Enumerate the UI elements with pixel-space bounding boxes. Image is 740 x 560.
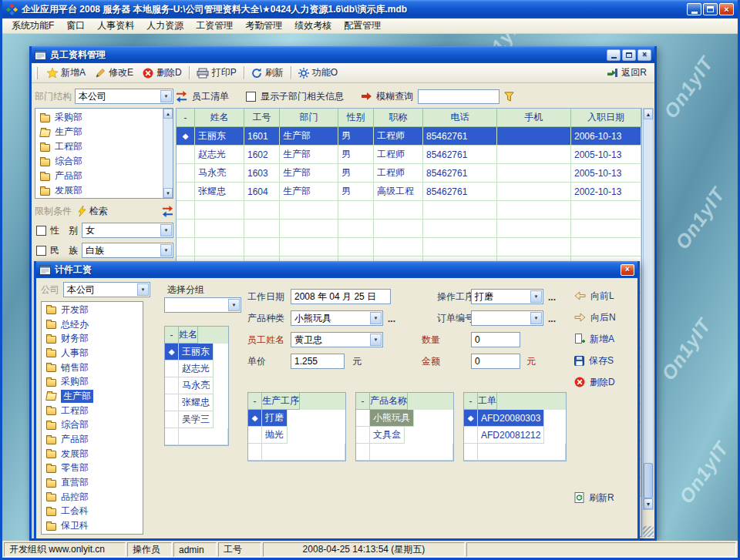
chevron-down-icon[interactable]: ▼	[160, 224, 172, 236]
tree-item-dept[interactable]: 发展部	[43, 447, 141, 461]
table-row[interactable]: 文具盒	[356, 427, 453, 444]
order-browse-button[interactable]: ...	[548, 309, 556, 324]
menu-item-hr-data[interactable]: 人事资料	[91, 18, 140, 34]
table-row-selected[interactable]: ◆打磨	[248, 410, 345, 427]
vertical-scrollbar[interactable]: ▲ ▼	[643, 108, 654, 510]
group-select[interactable]: ▼	[164, 297, 241, 313]
employee-name-select[interactable]: 黄卫忠 ▼	[291, 332, 383, 347]
menu-item-configuration[interactable]: 配置管理	[338, 18, 387, 34]
tree-item-dept[interactable]: 工程部	[37, 139, 162, 154]
table-row[interactable]: 马永亮 1603 生产部 男 工程师 85462761 2005-10-13	[177, 164, 641, 183]
tree-item-dept[interactable]: 开发部	[43, 303, 141, 317]
tree-item-dept[interactable]: 保卫科	[43, 518, 141, 533]
table-row[interactable]: 抛光	[248, 427, 345, 444]
delete-record-button[interactable]: 删除D	[574, 374, 615, 391]
tree-item-dept[interactable]: 采购部	[43, 374, 141, 389]
work-date-input[interactable]	[291, 289, 391, 304]
unit-price-input[interactable]	[291, 354, 345, 369]
function-button[interactable]: 功能O	[294, 64, 342, 82]
minimize-button[interactable]	[607, 49, 621, 61]
next-button[interactable]: 向后N	[574, 309, 616, 326]
table-row-selected[interactable]: ◆ 王丽东 1601 生产部 男 工程师 85462761 2006-10-13	[177, 127, 641, 146]
company-select[interactable]: 本公司 ▼	[63, 282, 150, 297]
swap-arrows-icon[interactable]	[176, 91, 187, 102]
chevron-down-icon[interactable]: ▼	[370, 334, 382, 346]
menu-item-attendance[interactable]: 考勤管理	[239, 18, 288, 34]
menu-item-window[interactable]: 窗口	[60, 18, 91, 34]
dialog-close-button[interactable]: ×	[621, 264, 634, 276]
show-subdepartment-checkbox[interactable]	[246, 92, 256, 102]
edit-button[interactable]: 修改E	[90, 64, 138, 82]
tree-item-dept[interactable]: 人事部	[43, 346, 141, 360]
menu-item-salary-management[interactable]: 工资管理	[190, 18, 239, 34]
chevron-down-icon[interactable]: ▼	[530, 312, 542, 324]
chevron-down-icon[interactable]: ▼	[530, 290, 542, 303]
back-button[interactable]: 返回R	[602, 64, 651, 82]
table-row[interactable]: 马永亮	[165, 377, 228, 394]
tree-item-dept[interactable]: 总经办	[43, 317, 141, 332]
product-select[interactable]: 小熊玩具 ▼	[291, 310, 383, 326]
tree-item-dept[interactable]: 发展部	[37, 183, 162, 198]
table-row-selected[interactable]: ◆AFD20080303	[464, 410, 566, 427]
table-row[interactable]: 张耀忠	[165, 394, 228, 411]
tree-item-dept[interactable]: 综合部	[37, 154, 162, 169]
chevron-down-icon[interactable]: ▼	[370, 312, 382, 324]
quantity-input[interactable]	[471, 332, 520, 347]
close-button[interactable]: ×	[719, 3, 734, 15]
ethnicity-select[interactable]: 白族 ▼	[82, 243, 173, 258]
table-row[interactable]: 张耀忠 1604 生产部 男 高级工程 85462761 2002-10-13	[177, 183, 641, 201]
order-select[interactable]: ▼	[471, 310, 543, 326]
tree-item-dept[interactable]: 产品部	[37, 169, 162, 183]
table-row[interactable]: 吴学三	[165, 411, 228, 428]
add-record-button[interactable]: 新增A	[574, 330, 614, 347]
table-row[interactable]: 赵志光	[165, 360, 228, 377]
delete-button[interactable]: 删除D	[138, 64, 187, 82]
tree-item-dept[interactable]: 品控部	[43, 490, 141, 505]
tree-item-dept[interactable]: 工程部	[43, 404, 141, 418]
scrollbar-thumb[interactable]	[644, 463, 653, 498]
scroll-up-icon[interactable]: ▲	[163, 109, 173, 119]
toolbar-grip[interactable]	[35, 67, 38, 79]
process-browse-button[interactable]: ...	[548, 287, 556, 303]
table-row-selected[interactable]: 小熊玩具	[356, 410, 453, 427]
tree-item-dept[interactable]: 生产部	[37, 125, 162, 139]
close-button[interactable]: ×	[637, 49, 651, 61]
dept-structure-select[interactable]: 本公司 ▼	[75, 89, 173, 104]
product-browse-button[interactable]: ...	[388, 309, 395, 324]
fuzzy-search-input[interactable]	[418, 89, 500, 104]
table-row-selected[interactable]: ◆王丽东	[165, 344, 228, 360]
restore-button[interactable]	[622, 49, 636, 61]
process-select[interactable]: 打磨 ▼	[471, 289, 543, 304]
refresh-record-button[interactable]: 刷新R	[574, 489, 614, 506]
refresh-button[interactable]: 刷新	[247, 64, 288, 82]
chevron-down-icon[interactable]: ▼	[160, 90, 172, 102]
menu-item-human-resources[interactable]: 人力资源	[140, 18, 190, 34]
amount-input[interactable]	[471, 354, 520, 369]
tree-item-dept[interactable]: 财务部	[43, 331, 141, 346]
table-row[interactable]: 赵志光 1602 生产部 男 工程师 85462761 2005-10-13	[177, 146, 641, 164]
chevron-down-icon[interactable]: ▼	[137, 283, 149, 296]
scroll-up-icon[interactable]: ▲	[644, 109, 653, 119]
tree-item-dept[interactable]: 采购部	[37, 110, 162, 125]
tree-item-dept[interactable]: 零售部	[43, 461, 141, 476]
ethnicity-checkbox[interactable]	[36, 246, 46, 256]
tree-item-dept[interactable]: 销售部	[43, 360, 141, 375]
swap-arrows-icon[interactable]	[162, 206, 173, 217]
menu-item-performance[interactable]: 绩效考核	[288, 18, 338, 34]
save-button[interactable]: 保存S	[574, 352, 614, 369]
tree-item-dept-selected[interactable]: 生产部	[43, 389, 141, 404]
scroll-down-icon[interactable]: ▼	[644, 498, 653, 509]
menu-item-system-functions[interactable]: 系统功能F	[5, 18, 60, 34]
chevron-down-icon[interactable]: ▼	[228, 299, 240, 311]
add-button[interactable]: 新增A	[42, 64, 90, 82]
tree-scrollbar[interactable]: ▲ ▼	[163, 109, 173, 198]
prev-button[interactable]: 向前L	[574, 287, 614, 304]
gender-checkbox[interactable]	[36, 226, 46, 236]
scroll-down-icon[interactable]: ▼	[163, 188, 173, 198]
scrollbar-track[interactable]	[644, 119, 653, 463]
filter-funnel-icon[interactable]	[504, 92, 514, 102]
chevron-down-icon[interactable]: ▼	[160, 244, 172, 257]
tree-item-dept[interactable]: 工会科	[43, 505, 141, 519]
tree-item-dept[interactable]: 产品部	[43, 432, 141, 447]
maximize-button[interactable]	[703, 3, 718, 15]
